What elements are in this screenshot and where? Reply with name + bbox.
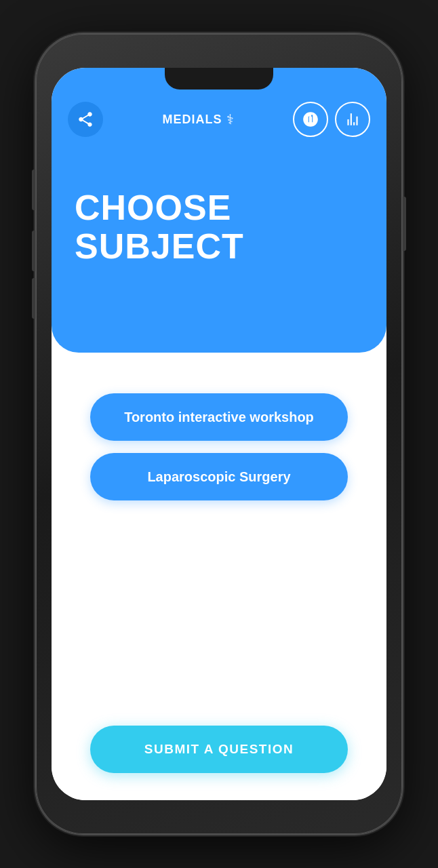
bottom-area: SUBMIT A QUESTION [52, 712, 386, 800]
app-name: MEDIALS [163, 113, 222, 127]
share-icon [77, 111, 94, 128]
logo-area: MEDIALS ⚕ [163, 111, 234, 127]
toronto-workshop-button[interactable]: Toronto interactive workshop [90, 393, 348, 441]
svg-rect-0 [304, 119, 307, 124]
subject-buttons-list: Toronto interactive workshop Laparoscopi… [79, 393, 359, 500]
leaderboard-icon [302, 111, 319, 128]
notch [165, 68, 273, 90]
svg-rect-1 [309, 117, 312, 124]
submit-question-button[interactable]: SUBMIT A QUESTION [90, 726, 348, 773]
content-area: Toronto interactive workshop Laparoscopi… [52, 353, 386, 712]
choose-subject-heading: CHOOSE SUBJECT [68, 189, 370, 266]
top-right-icons [293, 102, 370, 137]
leaderboard-button[interactable] [293, 102, 328, 137]
caduceus-icon: ⚕ [226, 111, 234, 127]
phone-screen: MEDIALS ⚕ [52, 68, 386, 800]
choose-title-line1: CHOOSE [75, 189, 370, 227]
stats-icon [344, 111, 361, 128]
laparoscopic-surgery-button[interactable]: Laparoscopic Surgery [90, 453, 348, 500]
share-button[interactable] [68, 102, 103, 137]
svg-rect-2 [313, 115, 316, 124]
phone-frame: MEDIALS ⚕ [36, 34, 402, 834]
header-area: MEDIALS ⚕ [52, 68, 386, 353]
stats-button[interactable] [335, 102, 370, 137]
choose-title-line2: SUBJECT [75, 227, 370, 266]
